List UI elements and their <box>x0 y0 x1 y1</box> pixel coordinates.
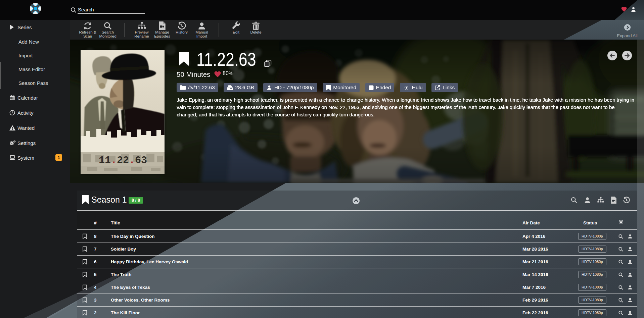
svg-text:11.22.63: 11.22.63 <box>99 155 147 166</box>
